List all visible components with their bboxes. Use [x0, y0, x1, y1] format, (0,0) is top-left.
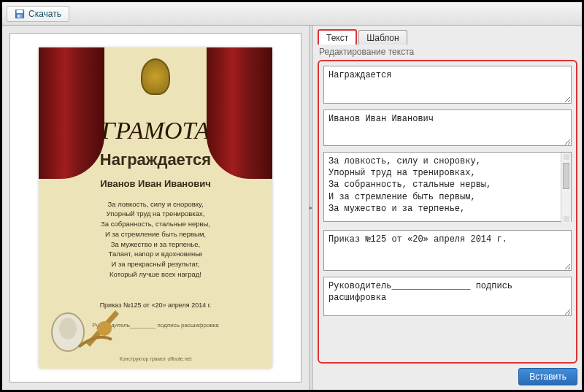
editor-subheader: Редактирование текста: [318, 45, 577, 60]
field-signature[interactable]: [323, 277, 572, 316]
svg-point-5: [59, 318, 77, 339]
certificate-preview: ГРАМОТА Награждается Иванов Иван Иванови…: [39, 47, 272, 369]
save-icon: [15, 9, 25, 19]
instruments-decoration: [46, 288, 134, 354]
field-award[interactable]: [323, 66, 572, 104]
certificate-recipient: Иванов Иван Иванович: [61, 178, 250, 189]
field-poem-wrap: [323, 152, 572, 224]
app-window: Скачать ГРАМОТА Награждается Иванов Иван…: [0, 0, 584, 392]
curtain-decoration: [207, 47, 272, 179]
actions-bar: Вставить: [318, 364, 577, 385]
certificate-poem: За ловкость, силу и сноровку, Упорный тр…: [61, 199, 250, 280]
tab-template[interactable]: Шаблон: [358, 30, 407, 45]
insert-button[interactable]: Вставить: [518, 368, 577, 385]
field-poem[interactable]: [323, 152, 572, 222]
tabs: Текст Шаблон: [318, 28, 577, 45]
editor-pane: Текст Шаблон Редактирование текста Встав…: [313, 26, 582, 390]
field-recipient[interactable]: [323, 109, 572, 146]
svg-rect-3: [20, 15, 22, 17]
tab-text[interactable]: Текст: [318, 29, 357, 45]
main-area: ГРАМОТА Награждается Иванов Иван Иванови…: [2, 26, 582, 390]
svg-rect-1: [17, 9, 23, 12]
download-label: Скачать: [28, 9, 61, 19]
scrollbar-thumb[interactable]: [563, 163, 569, 189]
curtain-decoration: [39, 47, 104, 179]
certificate-footer: Конструктор грамот offnote.net: [39, 356, 272, 361]
field-order[interactable]: [323, 230, 572, 271]
download-button[interactable]: Скачать: [7, 6, 69, 22]
text-form: [318, 60, 577, 364]
svg-point-6: [97, 321, 112, 336]
toolbar: Скачать: [2, 2, 582, 26]
theater-mask-icon: [141, 58, 170, 95]
preview-pane: ГРАМОТА Награждается Иванов Иван Иванови…: [9, 33, 301, 383]
scrollbar[interactable]: [561, 153, 571, 223]
